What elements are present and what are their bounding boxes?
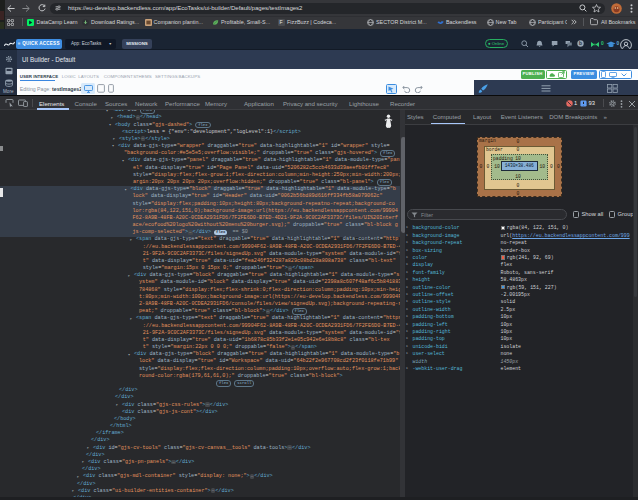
svg-text:b: b [579, 41, 582, 47]
svg-text:F: F [280, 19, 283, 25]
